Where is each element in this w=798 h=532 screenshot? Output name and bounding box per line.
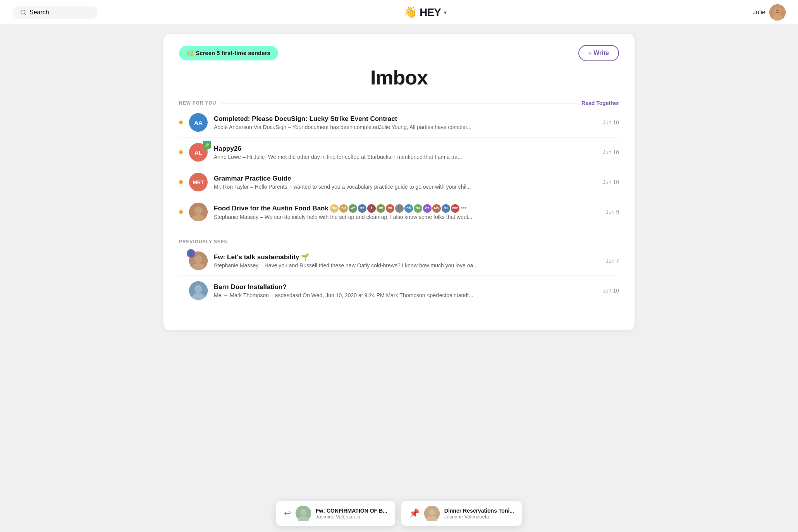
email-subject: Barn Door Installation? <box>214 283 597 291</box>
floating-content-2: Dinner Reservations Toni... Jasmine Vale… <box>444 508 514 520</box>
floating-from: Jasmine Valenzuela <box>444 514 514 520</box>
sender-avatar <box>189 281 208 300</box>
participant-avatars: SM DN AT SS A MF MR 🎵 CS SV CP MD <box>330 204 467 213</box>
email-subject: Grammar Practice Guide <box>214 175 597 182</box>
email-body: Fw: Let's talk sustainability 🌱 Stephani… <box>214 253 600 269</box>
screen-senders-button[interactable]: 🙌 Screen 5 first-time senders <box>179 46 278 60</box>
reply-icon: ↩ <box>284 508 291 518</box>
floating-avatar-1 <box>296 506 311 521</box>
email-preview: Abbie Anderson Via DocuSign – Your docum… <box>214 124 597 130</box>
email-body: Completed: Please DocuSign: Lucky Strike… <box>214 115 597 130</box>
search-placeholder: Search <box>29 9 49 16</box>
inbox-header-row: 🙌 Screen 5 first-time senders + Write <box>179 45 619 61</box>
email-preview: Anne Lowe – Hi Julie- We met the other d… <box>214 154 597 160</box>
main-content: 🙌 Screen 5 first-time senders + Write Im… <box>151 25 647 339</box>
svg-point-20 <box>429 509 435 515</box>
search-bar[interactable]: Search <box>12 6 98 19</box>
email-item[interactable]: 👤 Fw: Let's talk sustainability 🌱 Stepha… <box>179 246 619 276</box>
email-date: Jun 10 <box>603 288 619 294</box>
previously-seen-section: PREVIOUSLY SEEN 👤 <box>179 239 619 305</box>
email-item[interactable]: AA Completed: Please DocuSign: Lucky Str… <box>179 108 619 138</box>
unread-indicator <box>179 210 183 214</box>
floating-card-1[interactable]: ↩ Fw: CONFIRMATION OF B... Jasmine Valen… <box>276 501 395 526</box>
search-icon <box>20 9 26 15</box>
inbox-card: 🙌 Screen 5 first-time senders + Write Im… <box>163 34 635 330</box>
email-date: Jun 10 <box>603 179 619 185</box>
unread-indicator <box>179 150 183 154</box>
new-for-you-label: NEW FOR YOU <box>179 100 216 106</box>
email-date: Jun 10 <box>603 119 619 126</box>
email-subject: Fw: Let's talk sustainability 🌱 <box>214 253 600 261</box>
email-body: Grammar Practice Guide Mr. Ron Taylor – … <box>214 175 597 190</box>
logo-chevron-icon: ▾ <box>444 9 447 15</box>
sender-avatar-wrapper: 👤 <box>189 251 208 270</box>
more-participants-icon: ··· <box>461 204 467 212</box>
logo[interactable]: 👋 HEY ▾ <box>404 6 447 19</box>
logo-hand: 👋 <box>404 6 417 19</box>
floating-from: Jasmine Valenzuela <box>316 514 387 520</box>
floating-subject: Dinner Reservations Toni... <box>444 508 514 514</box>
new-for-you-header: NEW FOR YOU Read Together <box>179 100 619 106</box>
email-body: Barn Door Installation? Me → Mark Thomps… <box>214 283 597 298</box>
unread-indicator <box>179 180 183 184</box>
svg-point-3 <box>774 7 781 14</box>
previously-seen-header: PREVIOUSLY SEEN <box>179 239 619 244</box>
sustainability-badge: 👤 <box>187 249 195 258</box>
email-item[interactable]: Food Drive for the Austin Food Bank SM D… <box>179 197 619 227</box>
user-menu[interactable]: Julie <box>753 4 786 21</box>
previously-seen-label: PREVIOUSLY SEEN <box>179 239 228 244</box>
svg-point-8 <box>194 207 202 214</box>
section-divider <box>221 103 577 103</box>
email-subject: Completed: Please DocuSign: Lucky Strike… <box>214 115 597 123</box>
svg-point-6 <box>778 9 779 10</box>
email-date: Jun 10 <box>603 149 619 155</box>
floating-content-1: Fw: CONFIRMATION OF B... Jasmine Valenzu… <box>316 508 387 520</box>
write-button[interactable]: + Write <box>578 45 619 61</box>
bottom-bar: ↩ Fw: CONFIRMATION OF B... Jasmine Valen… <box>0 501 798 532</box>
topbar: Search 👋 HEY ▾ Julie <box>0 0 798 25</box>
email-subject: Happy26 <box>214 145 597 153</box>
previously-seen-list: 👤 Fw: Let's talk sustainability 🌱 Stepha… <box>179 246 619 305</box>
email-item[interactable]: MRT Grammar Practice Guide Mr. Ron Taylo… <box>179 167 619 197</box>
svg-point-11 <box>194 255 202 263</box>
bookmark-badge: 🔑 <box>203 141 211 150</box>
svg-line-1 <box>24 14 26 15</box>
email-preview: Stephanie Massey – We can definitely hel… <box>214 214 600 220</box>
read-together-link[interactable]: Read Together <box>581 100 619 106</box>
svg-point-17 <box>300 509 306 515</box>
email-date: Jun 7 <box>606 258 619 264</box>
avatar <box>769 4 786 21</box>
email-preview: Mr. Ron Taylor – Hello Parents, I wanted… <box>214 184 597 190</box>
email-body: Food Drive for the Austin Food Bank SM D… <box>214 204 600 220</box>
pin-icon: 📌 <box>409 508 420 518</box>
svg-point-5 <box>776 9 777 10</box>
floating-subject: Fw: CONFIRMATION OF B... <box>316 508 387 514</box>
new-for-you-section: NEW FOR YOU Read Together AA Completed: … <box>179 100 619 227</box>
logo-text: HEY <box>420 6 441 19</box>
email-body: Happy26 Anne Lowe – Hi Julie- We met the… <box>214 145 597 160</box>
inbox-title: Imbox <box>179 66 619 89</box>
email-preview: Stephanie Massey – Have you and Russell … <box>214 262 600 269</box>
email-subject: Food Drive for the Austin Food Bank SM D… <box>214 204 600 213</box>
email-preview: Me → Mark Thompson – asdasdasd On Wed, J… <box>214 292 597 298</box>
sender-avatar: MRT <box>189 173 208 191</box>
email-date: Jun 9 <box>606 209 619 215</box>
email-item[interactable]: AL 🔑 Happy26 Anne Lowe – Hi Julie- We me… <box>179 138 619 167</box>
sender-avatar: AA <box>189 113 208 132</box>
user-name: Julie <box>753 9 765 16</box>
sender-avatar <box>189 203 208 221</box>
floating-avatar-2 <box>424 506 440 521</box>
unread-indicator <box>179 121 183 124</box>
floating-card-2[interactable]: 📌 Dinner Reservations Toni... Jasmine Va… <box>401 501 522 526</box>
svg-point-0 <box>21 10 25 14</box>
email-item[interactable]: Barn Door Installation? Me → Mark Thomps… <box>179 276 619 305</box>
svg-point-14 <box>194 285 202 293</box>
